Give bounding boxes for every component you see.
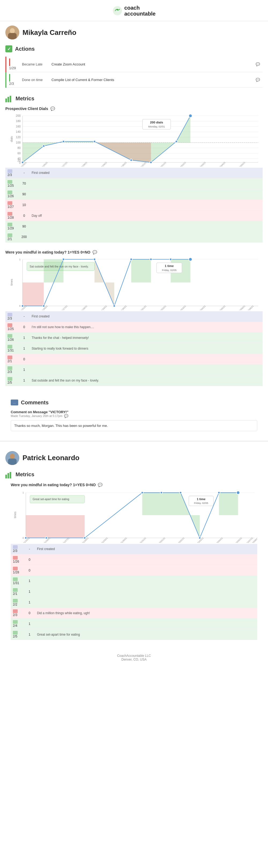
svg-text:Friday, 02/05: Friday, 02/05 — [194, 502, 208, 504]
svg-text:02/05/21: 02/05/21 — [219, 305, 226, 310]
svg-rect-8 — [7, 97, 9, 102]
footer-line2: Denver, CO, USA — [6, 658, 262, 661]
svg-point-98 — [10, 454, 15, 459]
svg-text:1 time: 1 time — [165, 264, 174, 268]
metrics-title-mikayla: Metrics — [15, 95, 34, 102]
svg-rect-100 — [8, 459, 16, 465]
client-header-patrick: Patrick Leonardo — [5, 451, 263, 465]
logo-text: coach accountable — [124, 5, 156, 17]
table-row: 1/27 10 — [5, 199, 263, 210]
table-row: 2/1 1 — [11, 586, 257, 597]
comment-icon[interactable]: 💬 — [64, 414, 68, 418]
svg-text:01/28/21: 01/28/21 — [80, 305, 88, 310]
row-note — [30, 221, 263, 232]
metric-mindful-mikayla: Were you mindful in eating today? 1=YES … — [5, 250, 263, 386]
metric-mindful-patrick: Were you mindful in eating today? 1=YES … — [5, 483, 263, 640]
action-desc-2: Compile List of Current & Former Clients — [49, 72, 253, 88]
metric-dials-title-row: Prospective Client Dials 💬 — [5, 106, 263, 111]
metric-mindful-patrick-chat-icon[interactable]: 💬 — [98, 483, 102, 487]
svg-text:01/28/21: 01/28/21 — [80, 161, 88, 166]
metrics-icon — [5, 95, 13, 102]
metrics-title-patrick: Metrics — [15, 471, 34, 477]
svg-text:80: 80 — [18, 146, 21, 150]
svg-text:02/02/21: 02/02/21 — [179, 161, 187, 166]
avatar-patrick — [5, 451, 19, 465]
svg-point-82 — [170, 258, 172, 260]
svg-point-39 — [130, 159, 132, 161]
area-below-avg — [95, 142, 151, 162]
svg-point-83 — [189, 257, 192, 261]
action-comment-icon-1[interactable]: 💬 — [253, 57, 263, 72]
header: coach accountable — [0, 0, 268, 21]
table-row: 2/1 0 — [5, 354, 263, 365]
action-date-1: 1/29 — [6, 57, 19, 72]
svg-point-41 — [175, 140, 177, 143]
metric-dials-chat-icon[interactable]: 💬 — [51, 106, 55, 111]
svg-rect-101 — [5, 475, 7, 478]
comments-icon: … — [11, 400, 18, 405]
action-desc-1: Create Zoom Account — [49, 57, 253, 72]
comments-header: … Comments — [11, 398, 257, 407]
metrics-header-patrick: Metrics — [5, 469, 263, 480]
metrics-icon-patrick — [5, 471, 13, 478]
svg-marker-68 — [23, 282, 44, 306]
svg-point-1 — [116, 9, 118, 10]
svg-marker-113 — [219, 493, 238, 515]
row-note — [30, 178, 263, 189]
table-row: 2/4 1 — [11, 618, 257, 629]
svg-marker-66 — [131, 259, 151, 282]
svg-text:02/01/21: 02/01/21 — [159, 161, 167, 166]
table-row: 1/28 0 — [11, 565, 257, 576]
svg-text:01/29/21: 01/29/21 — [100, 161, 107, 166]
action-comment-icon-2[interactable]: 💬 — [253, 72, 263, 88]
svg-rect-9 — [10, 96, 11, 102]
svg-text:Monday, 02/01: Monday, 02/01 — [148, 125, 165, 128]
svg-point-124 — [179, 492, 182, 494]
table-row: 2/1 200 — [5, 231, 263, 242]
table-row: 2/5 1 Sat outside and felt the sun on my… — [5, 375, 263, 386]
row-val: - — [19, 168, 30, 178]
actions-section: ✓ Actions 1/29 Became Late Create Zoom A… — [5, 44, 263, 88]
chart-mindful-patrick: times 1 0 Great set-apart t — [11, 489, 257, 543]
svg-text:01/29/21: 01/29/21 — [100, 305, 107, 310]
svg-text:60: 60 — [18, 152, 21, 155]
table-row: 2/3 0 Did a million things while eating,… — [11, 608, 257, 618]
table-row: 2/2 1 — [11, 597, 257, 608]
metric-mindful-title: Were you mindful in eating today? 1=YES … — [5, 250, 90, 254]
row-note — [30, 231, 263, 242]
svg-text:times: times — [14, 512, 16, 518]
metric-dials-title: Prospective Client Dials — [5, 106, 48, 111]
row-date: 1/29 — [5, 221, 19, 232]
dials-data-table: 2/3 - First created 1/25 70 1/26 90 1/27… — [5, 168, 263, 243]
svg-marker-111 — [46, 515, 85, 538]
svg-text:01/26/21: 01/26/21 — [41, 161, 48, 166]
svg-text:Sat outside and felt the sun o: Sat outside and felt the sun on my face … — [30, 265, 89, 268]
row-val: 90 — [19, 189, 30, 199]
row-note: Day off — [30, 210, 263, 221]
svg-point-37 — [62, 140, 65, 143]
svg-point-38 — [93, 140, 95, 143]
svg-point-127 — [236, 491, 240, 494]
svg-text:02/02/21: 02/02/21 — [178, 537, 185, 542]
chart-mindful-mikayla: times 1 0 — [5, 256, 263, 310]
svg-text:1: 1 — [23, 491, 24, 494]
svg-point-5 — [10, 28, 15, 34]
action-status-1: Became Late — [19, 57, 49, 72]
svg-text:02/02/21: 02/02/21 — [159, 305, 167, 310]
svg-text:times: times — [10, 279, 13, 285]
comments-section-mikayla: … Comments Comment on Message "VICTORY!"… — [5, 394, 263, 435]
svg-text:02/01/21: 02/01/21 — [139, 305, 147, 310]
svg-text:Great set-apart time for eatin: Great set-apart time for eating — [33, 497, 69, 500]
comment-meta: Made Tuesday, January 26th at 5:17pm — [11, 414, 62, 417]
svg-point-123 — [160, 492, 162, 494]
svg-text:Friday, 02/05: Friday, 02/05 — [162, 268, 177, 271]
table-row: 2/3 - First created — [11, 544, 257, 554]
table-row: 1/31 1 — [11, 576, 257, 587]
svg-rect-103 — [10, 472, 11, 478]
svg-point-0 — [113, 6, 122, 15]
client-divider — [0, 441, 268, 441]
footer: CoachAccountable LLC Denver, CO, USA — [0, 647, 268, 668]
client-name-patrick: Patrick Leonardo — [23, 454, 79, 462]
client-patrick: Patrick Leonardo Metrics Were you mindfu… — [0, 447, 268, 640]
metric-mindful-chat-icon[interactable]: 💬 — [93, 250, 97, 254]
